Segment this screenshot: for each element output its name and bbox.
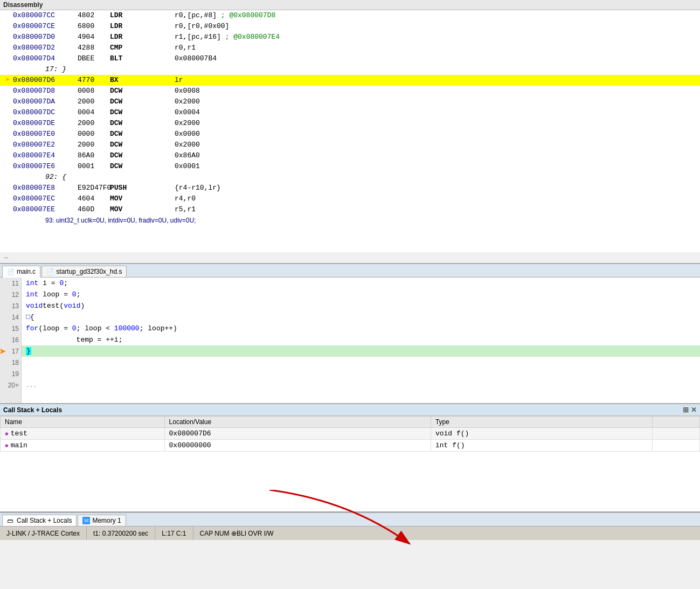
gutter-row[interactable]: 13 (0, 300, 21, 311)
disasm-addr: 0x080007E2 (13, 140, 78, 150)
tab-label: startup_gd32f30x_hd.s (56, 268, 122, 275)
disasm-opcode: E92D47F0 (78, 183, 110, 193)
disasm-label-text: 17: } (13, 64, 66, 75)
gutter-row[interactable]: 15 (0, 323, 21, 334)
disasm-row[interactable]: 0x080007E4 86A0 DCW 0x86A0 (0, 150, 700, 161)
disasm-operands: 0x0008 (175, 86, 698, 96)
callstack-row[interactable]: ◆test 0x080007D6 void f() (1, 428, 700, 440)
col-type: Type (431, 417, 652, 428)
disasm-opcode: 0008 (78, 86, 110, 96)
disasm-mnem: PUSH (110, 183, 175, 193)
gutter-row[interactable]: 20+ (0, 379, 21, 391)
cs-type: int f() (431, 440, 652, 452)
disasm-opcode: 2000 (78, 96, 110, 107)
disasm-mnem: DCW (110, 86, 175, 96)
code-line[interactable]: for(loop = 0; loop < 100000; loop++) (22, 323, 700, 334)
gutter-row[interactable]: 12 (0, 289, 21, 300)
disasm-mnem: DCW (110, 118, 175, 129)
code-area: int i = 0; int loop = 0; void test(void)… (22, 278, 700, 403)
gutter-row[interactable]: 14 (0, 311, 21, 323)
bottom-tab-1[interactable]: MMemory 1 (78, 515, 126, 526)
diamond-icon: ◆ (5, 431, 9, 437)
code-line[interactable]: } (22, 345, 700, 357)
code-line[interactable] (22, 368, 700, 379)
disasm-mnem: MOV (110, 193, 175, 204)
disasm-row[interactable]: ➤ 0x080007D6 4770 BX lr (0, 75, 700, 86)
gutter-row[interactable]: 19 (0, 368, 21, 379)
disasm-row[interactable]: 0x080007CE 6800 LDR r0,[r0,#0x00] (0, 21, 700, 32)
code-line[interactable]: temp = ++i; (22, 334, 700, 345)
disasm-operands: r0,[r0,#0x00] (175, 21, 698, 32)
disasm-operands: lr (175, 75, 698, 86)
code-line[interactable]: int i = 0; (22, 278, 700, 289)
disasm-row[interactable]: 93: uint32_t uclk=0U, intdiv=0U, fradiv=… (0, 215, 700, 226)
disasm-row[interactable]: 0x080007E8 E92D47F0 PUSH {r4-r10,lr} (0, 183, 700, 193)
code-line[interactable]: void test(void) (22, 300, 700, 311)
code-line[interactable]: int loop = 0; (22, 289, 700, 300)
disasm-row[interactable]: 0x080007E0 0000 DCW 0x0000 (0, 129, 700, 140)
disasm-row[interactable]: 0x080007DC 0004 DCW 0x0004 (0, 107, 700, 118)
disasm-row[interactable]: 0x080007CC 4802 LDR r0,[pc,#8] ; @0x0800… (0, 10, 700, 21)
disasm-row[interactable]: 0x080007EE 460D MOV r5,r1 (0, 204, 700, 215)
disasm-mnem: DCW (110, 96, 175, 107)
disasm-row[interactable]: 17: } (0, 64, 700, 75)
disasm-addr: 0x080007DA (13, 96, 78, 107)
line-num: 17 (12, 348, 19, 355)
disasm-row[interactable]: 0x080007D0 4904 LDR r1,[pc,#16] ; @0x080… (0, 32, 700, 43)
disasm-row[interactable]: 0x080007D8 0008 DCW 0x0008 (0, 86, 700, 96)
disasm-operands: r0,[pc,#8] ; @0x080007D8 (175, 10, 698, 21)
disasm-addr: 0x080007DC (13, 107, 78, 118)
disasm-row[interactable]: 0x080007DE 2000 DCW 0x2000 (0, 118, 700, 129)
code-line[interactable] (22, 357, 700, 368)
disasm-row[interactable]: 0x080007D4 DBEE BLT 0x080007B4 (0, 53, 700, 64)
gutter-row[interactable]: ➤17 (0, 345, 21, 357)
disasm-row[interactable]: 0x080007E2 2000 DCW 0x2000 (0, 140, 700, 150)
bottom-tab-0[interactable]: 🗃Call Stack + Locals (2, 515, 77, 526)
gutter-row[interactable]: 16 (0, 334, 21, 345)
disasm-row[interactable]: 0x080007DA 2000 DCW 0x2000 (0, 96, 700, 107)
disasm-addr: 0x080007CC (13, 10, 78, 21)
disasm-addr: 0x080007CE (13, 21, 78, 32)
disassembly-content[interactable]: 0x080007CC 4802 LDR r0,[pc,#8] ; @0x0800… (0, 10, 700, 252)
disasm-row[interactable]: 92: { (0, 172, 700, 183)
disasm-addr: 0x080007D0 (13, 32, 78, 43)
disasm-opcode: 460D (78, 204, 110, 215)
callstack-row[interactable]: ◆main 0x00000000 int f() (1, 440, 700, 452)
disasm-addr: 0x080007D4 (13, 53, 78, 64)
code-line[interactable]: □{ (22, 311, 700, 323)
disasm-row[interactable]: 0x080007EC 4604 MOV r4,r0 (0, 193, 700, 204)
file-icon: 📄 (46, 268, 54, 275)
source-panel: 📄main.c📄startup_gd32f30x_hd.s 1112131415… (0, 264, 700, 404)
disasm-opcode: 86A0 (78, 150, 110, 161)
source-content[interactable]: 111213141516➤17181920+ int i = 0; int lo… (0, 278, 700, 403)
number: 0 (59, 279, 64, 287)
disasm-opcode: 2000 (78, 118, 110, 129)
disassembly-panel: Disassembly 0x080007CC 4802 LDR r0,[pc,#… (0, 0, 700, 264)
gutter-row[interactable]: 18 (0, 357, 21, 368)
disasm-opcode: 6800 (78, 21, 110, 32)
col-extra (652, 417, 699, 428)
disasm-addr: 0x080007E6 (13, 161, 78, 172)
callstack-title-text: Call Stack + Locals (3, 406, 62, 414)
scroll-indicator: — (0, 252, 700, 263)
disasm-opcode: 0000 (78, 129, 110, 140)
disasm-comment: ; @0x080007E4 (221, 33, 280, 41)
code-line[interactable]: ... (22, 379, 700, 391)
source-tab-0[interactable]: 📄main.c (2, 266, 40, 278)
disasm-row[interactable]: 0x080007E6 0001 DCW 0x0001 (0, 161, 700, 172)
disasm-mnem: BX (110, 75, 175, 86)
disasm-operands: 0x080007B4 (175, 53, 698, 64)
close-icon[interactable]: ✕ (691, 406, 697, 414)
line-num: 19 (12, 370, 19, 378)
source-tab-1[interactable]: 📄startup_gd32f30x_hd.s (41, 266, 127, 277)
disasm-row[interactable]: 0x080007D2 4288 CMP r0,r1 (0, 43, 700, 53)
line-num: 20+ (8, 382, 19, 389)
disasm-addr: 0x080007D2 (13, 43, 78, 53)
disasm-mnem: LDR (110, 21, 175, 32)
disasm-operands: r4,r0 (175, 193, 698, 204)
disasm-operands: 0x2000 (175, 140, 698, 150)
pin-icon[interactable]: ⊞ (683, 406, 689, 414)
stack-icon: 🗃 (7, 517, 13, 524)
callstack-panel: Call Stack + Locals ⊞ ✕ Name Location/Va… (0, 404, 700, 512)
gutter-row[interactable]: 11 (0, 278, 21, 289)
